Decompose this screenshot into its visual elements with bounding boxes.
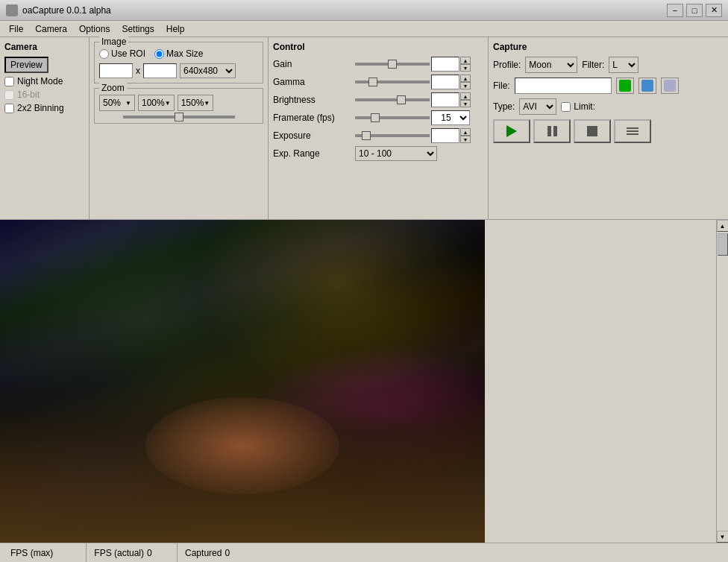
zoom-100-arrow: ▼ [165,100,171,107]
gamma-up-button[interactable]: ▲ [460,75,471,82]
exposure-down-button[interactable]: ▼ [460,136,471,143]
file-browse-blue-button[interactable] [638,78,656,94]
zoom-150-button[interactable]: 150% ▼ [178,95,214,111]
brightness-row: Brightness 64 ▲ ▼ [273,92,483,107]
size-separator: x [136,66,140,76]
zoom-slider[interactable] [123,116,235,119]
fps-max-label: FPS (max) [10,548,53,558]
exposure-up-button[interactable]: ▲ [460,128,471,136]
scrollbar-vertical[interactable]: ▲ ▼ [716,220,728,543]
size-row: 640 x 480 640x480 1280x960 320x240 [99,63,258,78]
file-green-icon [619,80,631,92]
fps-actual-label: FPS (actual) [94,548,144,558]
title-bar: oaCapture 0.0.1 alpha − □ ✕ [0,0,728,21]
file-browse-green-button[interactable] [616,78,634,94]
image-section: Image Use ROI Max Size 640 x 480 [90,37,269,219]
image-hand [145,397,339,494]
use-roi-label[interactable]: Use ROI [99,48,145,59]
maximize-button[interactable]: □ [686,4,703,17]
width-input[interactable]: 640 [99,63,133,78]
close-button[interactable]: ✕ [706,4,722,17]
image-group: Image Use ROI Max Size 640 x 480 [94,42,263,83]
menu-settings[interactable]: Settings [116,22,160,36]
camera-section: Camera Preview Night Mode 16-bit 2x2 Bin… [0,37,90,219]
captured-label: Captured [185,548,222,558]
gain-slider[interactable] [355,63,430,66]
profile-select[interactable]: MoonPlanetSunCustom [525,57,577,73]
gain-down-button[interactable]: ▼ [460,64,471,72]
limit-row: Limit: [561,101,595,112]
stop-icon [587,126,597,136]
file-input[interactable]: LTER-%DATE-%TIME [515,78,612,94]
preview-area: ▲ ▼ [0,220,728,543]
scroll-up-button[interactable]: ▲ [717,220,729,232]
profile-row: Profile: MoonPlanetSunCustom Filter: LRG… [493,57,724,73]
menu-file[interactable]: File [3,22,29,36]
exposure-slider[interactable] [355,134,430,137]
scroll-thumb[interactable] [718,233,728,256]
limit-label[interactable]: Limit: [574,101,595,112]
list-button[interactable] [614,119,651,143]
exp-range-label: Exp. Range [273,148,355,159]
type-select[interactable]: AVISERFITS [519,98,556,115]
preview-button[interactable]: Preview [4,57,48,73]
scroll-down-button[interactable]: ▼ [717,531,729,543]
status-bar: FPS (max) FPS (actual) 0 Captured 0 [0,543,728,562]
brightness-slider[interactable] [355,98,430,101]
brightness-up-button[interactable]: ▲ [460,92,471,100]
exp-range-select[interactable]: 10 - 100 1 - 10 100 - 1000 [355,146,437,161]
limit-checkbox[interactable] [561,102,571,112]
captured-item: Captured 0 [178,543,254,562]
image-group-title: Image [99,37,128,47]
filter-select[interactable]: LRGBNone [609,57,638,73]
camera-section-title: Camera [4,42,84,52]
file-browse-gray-button[interactable] [661,78,679,94]
framerate-row: Framerate (fps) 153060 [273,110,483,125]
framerate-select[interactable]: 153060 [431,110,470,125]
title-bar-left: oaCapture 0.0.1 alpha [6,4,111,16]
gamma-down-button[interactable]: ▼ [460,82,471,89]
minimize-button[interactable]: − [667,4,683,17]
zoom-buttons: 50% ▼ 100% ▼ 150% ▼ [99,95,258,111]
gamma-value[interactable]: 21 [431,75,459,89]
height-input[interactable]: 480 [143,63,177,78]
night-mode-checkbox[interactable] [4,77,14,86]
max-size-label[interactable]: Max Size [154,48,203,59]
16bit-row: 16-bit [4,89,84,100]
binning-label[interactable]: 2x2 Binning [17,103,64,113]
exposure-row: Exposure 10 ▲ ▼ [273,128,483,143]
framerate-slider[interactable] [355,116,430,119]
16bit-checkbox[interactable] [4,90,14,100]
night-mode-label[interactable]: Night Mode [17,76,63,86]
stop-button[interactable] [574,119,611,143]
binning-row: 2x2 Binning [4,103,84,113]
max-size-radio[interactable] [154,49,164,59]
preview-row: Preview [4,57,84,73]
main-content: Camera Preview Night Mode 16-bit 2x2 Bin… [0,37,728,543]
menu-help[interactable]: Help [160,22,191,36]
brightness-value[interactable]: 64 [431,92,459,107]
pause-button[interactable] [533,119,571,143]
binning-checkbox[interactable] [4,104,14,113]
use-roi-radio[interactable] [99,49,109,59]
menu-options[interactable]: Options [73,22,116,36]
menu-bar: File Camera Options Settings Help [0,21,728,37]
top-panel: Camera Preview Night Mode 16-bit 2x2 Bin… [0,37,728,220]
zoom-50-button[interactable]: 50% ▼ [99,95,135,111]
right-panel-preview: ▲ ▼ [485,220,728,543]
gain-up-button[interactable]: ▲ [460,57,471,64]
zoom-100-button[interactable]: 100% ▼ [138,95,175,111]
profile-label: Profile: [493,60,521,70]
size-select[interactable]: 640x480 1280x960 320x240 [180,63,236,78]
exposure-value[interactable]: 10 [431,128,459,143]
exposure-label: Exposure [273,130,355,141]
zoom-slider-container [99,116,258,119]
gain-value[interactable]: 50 [431,57,459,72]
brightness-down-button[interactable]: ▼ [460,100,471,107]
filter-label: Filter: [582,60,604,70]
gamma-slider[interactable] [355,80,430,83]
play-button[interactable] [493,119,530,143]
file-label: File: [493,80,510,91]
menu-camera[interactable]: Camera [29,22,73,36]
window-controls[interactable]: − □ ✕ [667,4,722,17]
